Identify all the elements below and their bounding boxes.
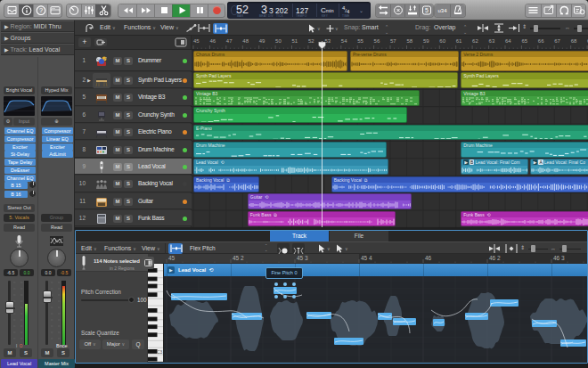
svg-text:5: 5 [425, 7, 429, 13]
svg-text:?: ? [39, 6, 43, 14]
